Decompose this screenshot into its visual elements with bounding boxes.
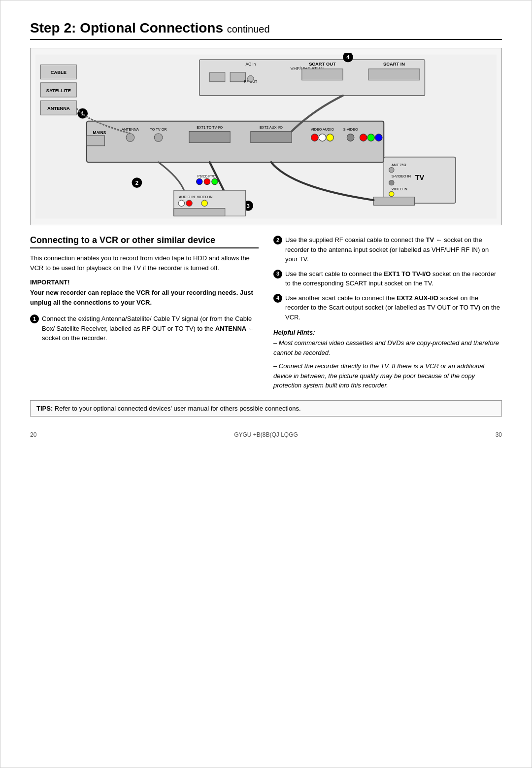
svg-rect-63 bbox=[174, 209, 225, 216]
step-3-text: Use the scart cable to connect the EXT1 … bbox=[285, 269, 502, 288]
step-2-number: 2 bbox=[273, 236, 282, 244]
svg-point-40 bbox=[367, 134, 375, 141]
svg-text:AC In: AC In bbox=[245, 62, 256, 67]
svg-text:AUDIO IN: AUDIO IN bbox=[179, 195, 195, 199]
page-title-continued: continued bbox=[227, 24, 270, 35]
svg-rect-14 bbox=[302, 69, 343, 80]
step-4-text: Use another scart cable to connect the E… bbox=[285, 293, 502, 322]
svg-point-66 bbox=[204, 178, 210, 184]
svg-point-36 bbox=[327, 134, 334, 141]
right-column: 2 Use the supplied RF coaxial cable to c… bbox=[273, 235, 502, 390]
page-wrapper: Step 2: Optional Connections continued C… bbox=[0, 0, 532, 768]
important-body: Your new recorder can replace the VCR fo… bbox=[30, 288, 259, 307]
left-column: Connecting to a VCR or other similar dev… bbox=[30, 235, 259, 390]
svg-text:S-VIDEO IN: S-VIDEO IN bbox=[392, 174, 411, 178]
svg-rect-16 bbox=[368, 69, 420, 80]
svg-rect-30 bbox=[189, 132, 230, 143]
connection-diagram: CABLE SATELLITE ANTENNA 1 VHF/UHF RF IN … bbox=[35, 53, 497, 220]
svg-point-58 bbox=[178, 200, 184, 206]
svg-point-49 bbox=[389, 167, 394, 172]
helpful-hints: Helpful Hints: – Most commercial video c… bbox=[273, 329, 502, 390]
svg-text:ANTENNA: ANTENNA bbox=[122, 127, 139, 132]
svg-point-59 bbox=[186, 200, 192, 206]
svg-point-67 bbox=[212, 178, 218, 184]
svg-rect-24 bbox=[87, 136, 104, 146]
footer-code: GYGU +B(8B(QJ LQGG bbox=[234, 431, 298, 438]
svg-point-53 bbox=[389, 191, 394, 196]
step-2-text: Use the supplied RF coaxial cable to con… bbox=[285, 235, 502, 264]
diagram-box: CABLE SATELLITE ANTENNA 1 VHF/UHF RF IN … bbox=[30, 48, 502, 225]
step-4-number: 4 bbox=[273, 294, 282, 303]
page-title-text: Step 2: Optional Connections bbox=[30, 20, 223, 35]
step-1-text: Connect the existing Antenna/Satellite/ … bbox=[42, 314, 259, 343]
svg-point-19 bbox=[248, 75, 254, 81]
helpful-hints-body-2: – Connect the recorder directly to the T… bbox=[273, 361, 502, 390]
svg-point-51 bbox=[389, 180, 394, 185]
page-title: Step 2: Optional Connections continued bbox=[30, 20, 502, 40]
svg-text:ANT 75Ω: ANT 75Ω bbox=[392, 163, 406, 167]
svg-text:VIDEO IN: VIDEO IN bbox=[197, 195, 213, 199]
svg-point-28 bbox=[154, 134, 163, 142]
svg-text:4: 4 bbox=[346, 54, 350, 60]
svg-text:EXT2 AUX-I/O: EXT2 AUX-I/O bbox=[260, 125, 283, 130]
tips-text: Refer to your optional connected devices… bbox=[55, 405, 301, 412]
svg-text:3: 3 bbox=[246, 203, 249, 209]
svg-point-41 bbox=[375, 134, 383, 141]
svg-point-26 bbox=[126, 134, 134, 142]
page-number: 20 bbox=[30, 431, 36, 438]
tips-label: TIPS: bbox=[36, 405, 53, 412]
footer-right: 30 bbox=[496, 431, 502, 438]
svg-point-39 bbox=[360, 134, 367, 141]
svg-rect-12 bbox=[230, 72, 245, 82]
svg-text:MAINS: MAINS bbox=[93, 130, 106, 135]
svg-text:TO TV OR: TO TV OR bbox=[150, 127, 167, 132]
page-footer: 20 GYGU +B(8B(QJ LQGG 30 bbox=[30, 431, 502, 438]
svg-text:2: 2 bbox=[135, 180, 138, 186]
svg-point-35 bbox=[319, 134, 326, 141]
step-4: 4 Use another scart cable to connect the… bbox=[273, 293, 502, 322]
svg-text:VIDEO IN: VIDEO IN bbox=[392, 187, 407, 191]
svg-text:SCART OUT: SCART OUT bbox=[309, 62, 336, 67]
svg-text:EXT1 TO TV-I/O: EXT1 TO TV-I/O bbox=[197, 125, 223, 130]
intro-text: This connection enables you to record fr… bbox=[30, 253, 259, 273]
step-3-number: 3 bbox=[273, 270, 282, 279]
section-heading: Connecting to a VCR or other similar dev… bbox=[30, 235, 259, 248]
svg-text:S-VIDEO: S-VIDEO bbox=[343, 127, 358, 132]
helpful-hints-title: Helpful Hints: bbox=[273, 329, 502, 336]
svg-text:CABLE: CABLE bbox=[51, 70, 66, 75]
svg-text:VIDEO AUDIO: VIDEO AUDIO bbox=[311, 127, 334, 132]
content-columns: Connecting to a VCR or other similar dev… bbox=[30, 235, 502, 390]
svg-point-38 bbox=[347, 134, 354, 141]
step-1-number: 1 bbox=[30, 314, 39, 323]
svg-rect-32 bbox=[251, 132, 292, 143]
svg-point-61 bbox=[201, 200, 207, 206]
svg-text:Pb/Cb Pr/Cr: Pb/Cb Pr/Cr bbox=[198, 174, 217, 178]
svg-text:SATELLITE: SATELLITE bbox=[46, 88, 71, 93]
svg-point-65 bbox=[197, 178, 202, 184]
important-heading: IMPORTANT! bbox=[30, 279, 259, 286]
svg-rect-11 bbox=[210, 72, 225, 82]
svg-text:TV: TV bbox=[415, 174, 425, 181]
svg-text:ANTENNA: ANTENNA bbox=[47, 106, 70, 111]
svg-rect-55 bbox=[373, 197, 414, 206]
step-2: 2 Use the supplied RF coaxial cable to c… bbox=[273, 235, 502, 264]
helpful-hints-body-1: – Most commercial video cassettes and DV… bbox=[273, 338, 502, 357]
step-1: 1 Connect the existing Antenna/Satellite… bbox=[30, 314, 259, 343]
tips-box: TIPS: Refer to your optional connected d… bbox=[30, 400, 502, 417]
step-3: 3 Use the scart cable to connect the EXT… bbox=[273, 269, 502, 288]
svg-text:SCART IN: SCART IN bbox=[383, 62, 405, 67]
svg-point-34 bbox=[311, 134, 319, 141]
